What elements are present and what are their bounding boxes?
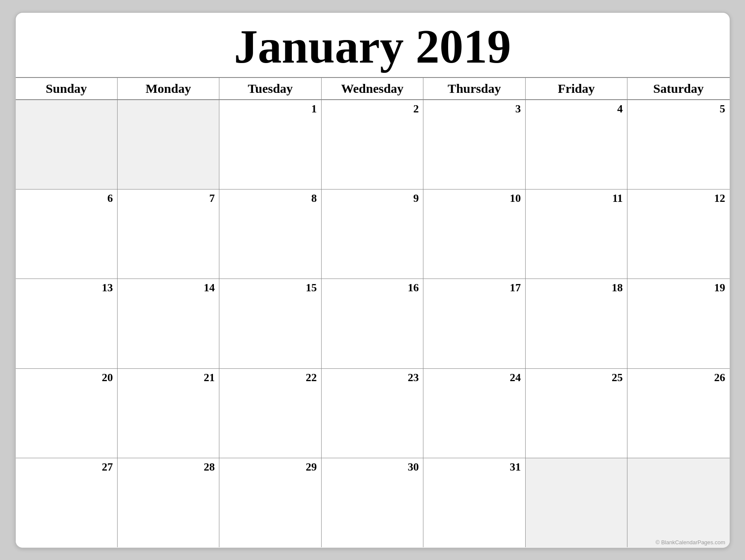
- day-cell: 20: [16, 369, 118, 458]
- day-header-monday: Monday: [118, 78, 219, 99]
- day-cell: 11: [526, 190, 627, 279]
- day-number: 3: [515, 103, 521, 115]
- day-cell: 7: [118, 190, 219, 279]
- day-number: 6: [107, 192, 113, 205]
- day-cell: 5: [627, 100, 729, 189]
- day-header-tuesday: Tuesday: [219, 78, 321, 99]
- weeks-container: 1234567891011121314151617181920212223242…: [16, 100, 730, 548]
- day-cell: 25: [526, 369, 627, 458]
- day-number: 24: [510, 371, 521, 384]
- day-header-friday: Friday: [526, 78, 627, 99]
- day-number: 20: [102, 371, 113, 384]
- day-number: 26: [714, 371, 725, 384]
- watermark: © BlankCalendarPages.com: [656, 539, 725, 546]
- day-cell: 19: [627, 279, 729, 368]
- day-number: 12: [714, 192, 725, 205]
- day-cell: 16: [322, 279, 423, 368]
- day-cell: 17: [423, 279, 525, 368]
- day-number: 25: [612, 371, 623, 384]
- day-cell: 30: [322, 458, 423, 547]
- calendar-container: January 2019 SundayMondayTuesdayWednesda…: [15, 12, 731, 549]
- day-cell: [118, 100, 219, 189]
- day-header-wednesday: Wednesday: [322, 78, 423, 99]
- day-number: 11: [612, 192, 623, 205]
- day-cell: 15: [219, 279, 321, 368]
- day-header-thursday: Thursday: [423, 78, 525, 99]
- day-number: 19: [714, 281, 725, 294]
- day-cell: 27: [16, 458, 118, 547]
- day-number: 7: [209, 192, 215, 205]
- day-header-saturday: Saturday: [627, 78, 729, 99]
- day-cell: 28: [118, 458, 219, 547]
- week-row-4: 2728293031© BlankCalendarPages.com: [16, 458, 730, 547]
- week-row-0: 12345: [16, 100, 730, 190]
- day-cell: © BlankCalendarPages.com: [627, 458, 729, 547]
- day-number: 31: [510, 461, 521, 474]
- day-number: 16: [408, 281, 419, 294]
- calendar-title: January 2019: [16, 20, 730, 73]
- day-number: 15: [306, 281, 317, 294]
- day-number: 14: [204, 281, 215, 294]
- day-number: 27: [102, 461, 113, 474]
- day-number: 29: [306, 461, 317, 474]
- week-row-3: 20212223242526: [16, 369, 730, 458]
- day-cell: 1: [219, 100, 321, 189]
- day-number: 5: [720, 103, 725, 115]
- day-number: 9: [413, 192, 419, 205]
- day-number: 13: [102, 281, 113, 294]
- day-cell: 8: [219, 190, 321, 279]
- day-cell: 18: [526, 279, 627, 368]
- day-number: 23: [408, 371, 419, 384]
- day-number: 4: [617, 103, 623, 115]
- day-number: 22: [306, 371, 317, 384]
- day-cell: 2: [322, 100, 423, 189]
- calendar-grid: SundayMondayTuesdayWednesdayThursdayFrid…: [16, 77, 730, 548]
- day-number: 30: [408, 461, 419, 474]
- day-cell: 14: [118, 279, 219, 368]
- day-cell: 6: [16, 190, 118, 279]
- day-cell: 22: [219, 369, 321, 458]
- day-cell: 31: [423, 458, 525, 547]
- day-cell: 9: [322, 190, 423, 279]
- day-number: 18: [612, 281, 623, 294]
- day-number: 10: [510, 192, 521, 205]
- day-cell: 29: [219, 458, 321, 547]
- day-number: 1: [311, 103, 317, 115]
- day-cell: 21: [118, 369, 219, 458]
- day-number: 28: [204, 461, 215, 474]
- day-number: 17: [510, 281, 521, 294]
- day-headers: SundayMondayTuesdayWednesdayThursdayFrid…: [16, 78, 730, 100]
- week-row-1: 6789101112: [16, 190, 730, 279]
- day-cell: 12: [627, 190, 729, 279]
- day-cell: 26: [627, 369, 729, 458]
- calendar-header: January 2019: [16, 13, 730, 77]
- day-cell: [16, 100, 118, 189]
- day-number: 21: [204, 371, 215, 384]
- day-cell: 23: [322, 369, 423, 458]
- day-cell: 10: [423, 190, 525, 279]
- day-cell: 13: [16, 279, 118, 368]
- day-cell: 24: [423, 369, 525, 458]
- week-row-2: 13141516171819: [16, 279, 730, 368]
- day-cell: 4: [526, 100, 627, 189]
- day-cell: [526, 458, 627, 547]
- day-cell: 3: [423, 100, 525, 189]
- day-header-sunday: Sunday: [16, 78, 118, 99]
- day-number: 2: [413, 103, 419, 115]
- day-number: 8: [311, 192, 317, 205]
